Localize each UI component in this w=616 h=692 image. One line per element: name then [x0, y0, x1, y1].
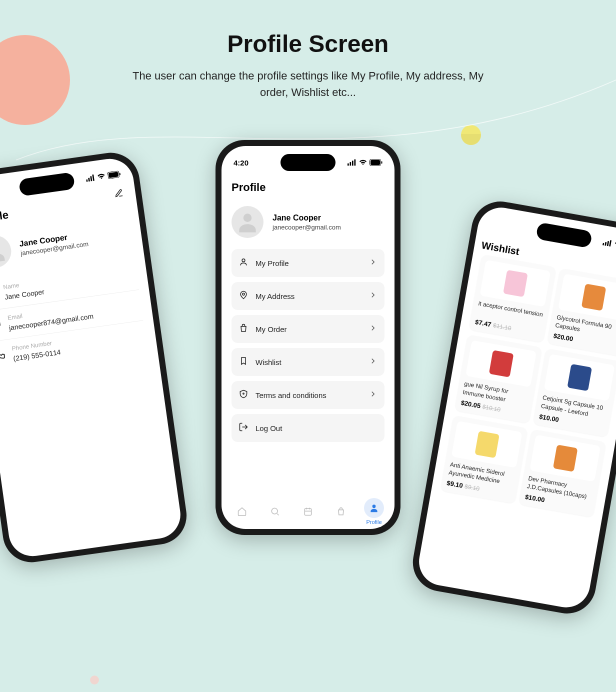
product-card[interactable]: Dev Pharmacy J.D.Capsules (10caps)$10.00 [518, 429, 606, 518]
cellular-icon [86, 173, 96, 183]
nav-cart[interactable] [331, 502, 351, 522]
calendar-icon [303, 506, 313, 516]
page-subtitle: The user can change the profile settings… [128, 68, 488, 100]
svg-rect-22 [304, 508, 311, 515]
battery-icon [370, 159, 382, 166]
bg-decoration-dot [90, 676, 99, 684]
svg-point-17 [244, 214, 252, 222]
battery-icon [108, 170, 122, 179]
product-image [480, 260, 551, 307]
cellular-icon [602, 238, 612, 248]
nav-calendar[interactable] [298, 502, 318, 522]
menu-label: Log Out [256, 424, 378, 432]
avatar[interactable] [232, 206, 264, 238]
product-card[interactable]: it aceptor control tension$7.47$11.10 [468, 254, 556, 342]
menu-label: My Address [256, 292, 362, 300]
svg-point-19 [242, 293, 244, 295]
svg-rect-16 [382, 162, 382, 164]
chevron-right-icon [368, 356, 378, 368]
menu-my-address[interactable]: My Address [232, 282, 384, 310]
user-name: Jane Cooper [272, 214, 341, 222]
svg-rect-2 [90, 176, 92, 181]
svg-rect-13 [354, 160, 356, 166]
bottom-nav: Profile [222, 494, 394, 529]
product-old-price: $9.10 [464, 483, 480, 492]
menu-label: Wishlist [256, 358, 362, 366]
chevron-right-icon [368, 324, 378, 334]
svg-rect-10 [348, 164, 349, 166]
menu-label: Terms and conditions [256, 391, 362, 400]
svg-point-20 [243, 393, 244, 394]
menu-label: My Profile [256, 259, 362, 268]
svg-rect-25 [604, 242, 606, 246]
edit-icon[interactable] [114, 188, 124, 200]
wifi-icon [613, 240, 616, 250]
chevron-right-icon [368, 290, 378, 302]
svg-point-18 [242, 259, 245, 262]
product-card[interactable]: Glycotrol Formula 90 Capsules$20.00 [547, 268, 616, 356]
phone-icon [0, 347, 6, 360]
product-card[interactable]: Cetjoint Sg Capsule 10 Capsule - Leeford… [533, 348, 616, 437]
search-icon [270, 506, 280, 516]
shopping-bag-icon [336, 506, 346, 516]
status-indicators [602, 238, 616, 252]
chevron-right-icon [368, 258, 378, 268]
home-icon [237, 506, 247, 516]
person-icon [238, 257, 248, 269]
screen-title: Profile [232, 181, 384, 194]
status-indicators [86, 170, 122, 184]
product-image [466, 340, 536, 388]
menu-wishlist[interactable]: Wishlist [232, 348, 384, 376]
svg-rect-6 [119, 172, 120, 175]
svg-rect-1 [88, 178, 90, 182]
menu-logout[interactable]: Log Out [232, 414, 384, 442]
location-icon [238, 290, 248, 302]
product-card[interactable]: gue Nil Syrup for Immune booster$20.05$1… [454, 334, 542, 423]
dynamic-island [280, 154, 336, 171]
nav-profile[interactable]: Profile [364, 498, 384, 525]
product-image [452, 421, 522, 468]
product-old-price: $11.10 [492, 322, 512, 332]
svg-point-23 [372, 504, 376, 508]
phone-wishlist: Wishlist it aceptor control tension$7.47… [408, 197, 616, 618]
page-title: Profile Screen [0, 30, 616, 58]
product-image [530, 434, 601, 482]
svg-rect-26 [607, 241, 609, 246]
mail-icon [0, 316, 2, 330]
nav-home[interactable] [232, 502, 252, 522]
avatar[interactable] [0, 234, 14, 270]
logout-icon [238, 422, 248, 434]
menu-terms[interactable]: Terms and conditions [232, 381, 384, 409]
svg-rect-5 [108, 172, 118, 178]
status-indicators [348, 158, 382, 167]
svg-point-21 [272, 508, 278, 514]
chevron-right-icon [368, 390, 378, 400]
svg-rect-24 [602, 243, 604, 246]
profile-icon [369, 503, 379, 513]
product-card[interactable]: Anti Anaemic Siderol Ayurvedic Medicine$… [440, 415, 528, 504]
product-image [544, 354, 615, 401]
menu-label: My Order [256, 325, 362, 334]
cellular-icon [348, 158, 356, 167]
bag-icon [238, 323, 248, 335]
shield-icon [238, 389, 248, 401]
status-time: 4:20 [234, 158, 248, 167]
wifi-icon [96, 172, 106, 182]
svg-rect-12 [352, 160, 354, 166]
phone-profile-edit: 4:20 Profile Jane Cooper janecooper@gmai… [0, 149, 190, 566]
nav-label: Profile [366, 519, 382, 525]
svg-rect-11 [350, 162, 352, 166]
svg-rect-3 [92, 174, 94, 181]
bookmark-icon [238, 356, 248, 368]
user-email: janecooper@gmail.com [272, 224, 341, 231]
product-old-price: $10.10 [482, 403, 502, 413]
wifi-icon [358, 158, 368, 167]
product-image [558, 274, 616, 321]
nav-search[interactable] [265, 502, 285, 522]
svg-rect-0 [86, 180, 88, 182]
svg-rect-15 [370, 160, 380, 165]
bg-decoration-pill [461, 125, 481, 145]
menu-my-order[interactable]: My Order [232, 315, 384, 343]
phone-profile-main: 4:20 Profile Jane Cooper janecooper@gmai… [216, 140, 400, 535]
menu-my-profile[interactable]: My Profile [232, 249, 384, 277]
